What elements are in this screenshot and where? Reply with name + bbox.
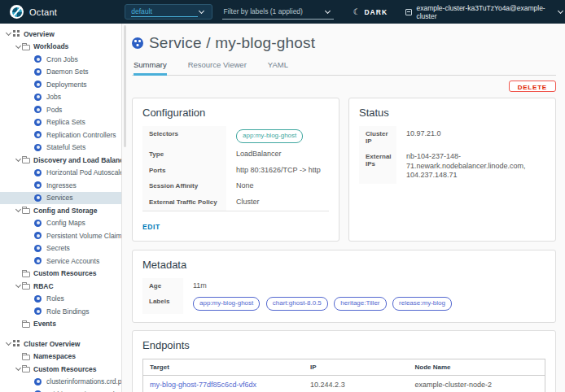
sidebar-group-workloads[interactable]: Workloads	[0, 41, 122, 54]
sidebar-item-replication-controllers[interactable]: Replication Controllers	[0, 128, 122, 142]
label-filter-input[interactable]: Filter by labels (1 applied)	[222, 4, 334, 20]
sidebar-group-namespaces[interactable]: Namespaces	[0, 351, 122, 364]
sidebar-group-config-and-storage[interactable]: Config and Storage	[0, 204, 122, 217]
sidebar-item-pods[interactable]: Pods	[0, 103, 122, 116]
brand: Octant	[10, 5, 115, 19]
tab-summary[interactable]: Summary	[134, 60, 167, 76]
persistent-volume-claims-icon	[34, 232, 42, 239]
endpoint-target-link[interactable]: my-blog-ghost-77df85c6cd-vf6dx	[150, 381, 256, 389]
toolbar: DELETE	[132, 81, 556, 92]
chevron-down-icon	[557, 8, 565, 16]
sidebar-item-csidrivers[interactable]: csidrivers.csi.storage.k8s.io	[0, 388, 122, 392]
config-row-external-traffic-policy: External Traffic Policy Cluster	[142, 194, 329, 211]
column-header-node-name: Node Name	[409, 359, 545, 376]
delete-button[interactable]: DELETE	[509, 81, 556, 92]
config-maps-icon	[34, 220, 42, 227]
chevron-down-icon[interactable]	[14, 365, 22, 373]
cluster-context-select[interactable]: example-cluster-ka3TuTzYo4a@example-clus…	[405, 4, 565, 20]
sidebar-item-horizontal-pod-autoscalers[interactable]: Horizontal Pod Autoscalers	[0, 167, 122, 180]
label-tag: release:my-blog	[392, 297, 452, 311]
chevron-down-icon[interactable]	[14, 282, 22, 290]
sidebar-item-roles[interactable]: Roles	[0, 293, 122, 306]
sidebar-item-replica-sets[interactable]: Replica Sets	[0, 116, 122, 129]
service-icon	[132, 37, 143, 49]
main-content: Service / my-blog-ghost Summary Resource…	[127, 24, 565, 392]
services-icon	[34, 194, 42, 202]
chevron-down-icon[interactable]	[4, 30, 12, 38]
page-title: Service / my-blog-ghost	[149, 34, 315, 52]
replication-controllers-icon	[34, 131, 42, 138]
sidebar-nav: Overview Workloads Cron Jobs Daemon Sets…	[0, 24, 122, 392]
ingresses-icon	[34, 181, 42, 189]
daemon-sets-icon	[34, 68, 42, 76]
theme-toggle[interactable]: ☾ DARK	[353, 7, 388, 16]
sidebar-item-service-accounts[interactable]: Service Accounts	[0, 255, 122, 268]
sidebar-item-ingresses[interactable]: Ingresses	[0, 179, 122, 192]
secrets-icon	[34, 245, 42, 252]
edit-link[interactable]: EDIT	[142, 223, 160, 231]
tab-yaml[interactable]: YAML	[268, 60, 288, 76]
sidebar-item-clusterinformations[interactable]: clusterinformations.crd.projec	[0, 376, 122, 389]
sidebar-item-services[interactable]: Services	[0, 192, 122, 205]
endpoints-table: Target IP Node Name my-blog-ghost-77df85…	[142, 359, 545, 392]
cluster-icon	[405, 9, 412, 15]
sidebar-group-cluster-custom-resources[interactable]: Custom Resources	[0, 363, 122, 376]
sidebar-group-custom-resources[interactable]: Custom Resources	[0, 268, 122, 281]
page-header: Service / my-blog-ghost	[132, 34, 556, 52]
config-row-session-affinity: Session Affinity None	[142, 178, 329, 194]
moon-icon: ☾	[353, 7, 361, 16]
sidebar-item-stateful-sets[interactable]: Stateful Sets	[0, 142, 122, 155]
sidebar-item-jobs[interactable]: Jobs	[0, 91, 122, 104]
status-row-external-ips: External IPs nb-104-237-148-71.newark.no…	[359, 149, 545, 184]
sidebar-item-overview[interactable]: Overview	[0, 28, 122, 41]
cron-jobs-icon	[34, 55, 42, 63]
config-row-selectors: Selectors app:my-blog-ghost	[142, 126, 329, 146]
chevron-down-icon[interactable]	[14, 156, 22, 164]
configuration-title: Configuration	[142, 107, 329, 119]
sidebar-group-events[interactable]: Events	[0, 318, 122, 331]
sidebar-item-cluster-overview[interactable]: Cluster Overview	[0, 338, 122, 351]
metadata-row-age: Age 11m	[142, 278, 545, 294]
theme-toggle-label: DARK	[364, 8, 388, 16]
sidebar-item-daemon-sets[interactable]: Daemon Sets	[0, 66, 122, 79]
custom-resource-icon	[34, 378, 42, 385]
edit-bar: EDIT	[142, 211, 329, 233]
sidebar-item-role-bindings[interactable]: Role Bindings	[0, 305, 122, 318]
column-header-target: Target	[143, 359, 304, 376]
sidebar-item-persistent-volume-claims[interactable]: Persistent Volume Claims	[0, 229, 122, 242]
sidebar-item-secrets[interactable]: Secrets	[0, 242, 122, 255]
sidebar-group-discovery-and-load-balancing[interactable]: Discovery and Load Balancing	[0, 154, 122, 167]
roles-icon	[34, 295, 42, 303]
applications-icon	[13, 30, 20, 37]
sidebar-group-rbac[interactable]: RBAC	[0, 280, 122, 293]
chevron-placeholder	[14, 320, 22, 328]
namespace-select[interactable]: default	[125, 4, 212, 20]
status-card: Status Cluster IP 10.97.21.0 External IP…	[348, 98, 556, 242]
sidebar-item-config-maps[interactable]: Config Maps	[0, 217, 122, 230]
replica-sets-icon	[34, 119, 42, 126]
config-row-type: Type LoadBalancer	[142, 146, 329, 163]
sidebar-item-deployments[interactable]: Deployments	[0, 78, 122, 91]
metadata-row-labels: Labels app:my-blog-ghost chart:ghost-8.0…	[142, 294, 545, 314]
label-tag: heritage:Tiller	[334, 297, 386, 311]
tab-resource-viewer[interactable]: Resource Viewer	[188, 60, 247, 76]
configuration-card: Configuration Selectors app:my-blog-ghos…	[132, 98, 339, 242]
app-name: Octant	[29, 7, 57, 17]
folder-icon	[22, 367, 30, 372]
cluster-context-label: example-cluster-ka3TuTzYo4a@example-clus…	[416, 4, 553, 20]
chevron-placeholder	[14, 352, 22, 360]
status-title: Status	[359, 107, 545, 119]
endpoints-card: Endpoints Target IP Node Name my-blog-gh…	[132, 330, 556, 392]
label-filter-text: Filter by labels (1 applied)	[224, 7, 324, 15]
chevron-down-icon[interactable]	[4, 340, 12, 348]
chevron-down-icon	[324, 7, 332, 15]
pods-icon	[34, 106, 42, 113]
column-header-ip: IP	[304, 359, 408, 376]
chevron-down-icon[interactable]	[14, 42, 22, 50]
sidebar-item-cron-jobs[interactable]: Cron Jobs	[0, 53, 122, 66]
chevron-down-icon[interactable]	[14, 207, 22, 215]
folder-icon	[22, 208, 30, 214]
stateful-sets-icon	[34, 144, 42, 151]
horizontal-pod-autoscalers-icon	[34, 169, 42, 176]
top-bar: Octant default Filter by labels (1 appli…	[0, 0, 565, 24]
